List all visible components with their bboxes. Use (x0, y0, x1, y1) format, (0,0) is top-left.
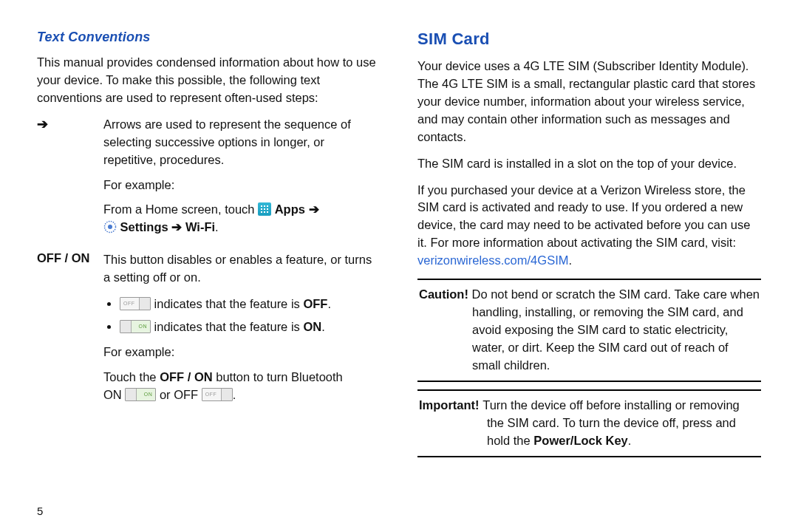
settings-label: Settings (120, 220, 168, 233)
text-conventions-heading: Text Conventions (37, 30, 381, 45)
bullet-off: OFF indicates that the feature is OFF. (120, 294, 381, 313)
bullet-off-text: indicates that the feature is (154, 297, 304, 310)
period: . (215, 220, 219, 233)
apps-label: Apps (275, 202, 305, 216)
toggle-off-icon-2: OFF (202, 388, 233, 401)
svg-point-1 (108, 225, 112, 229)
offon-label: OFF / ON (37, 251, 103, 418)
for-example-label-2: For example: (103, 344, 381, 361)
settings-icon (103, 220, 117, 233)
wifi-label: Wi-Fi (185, 220, 215, 233)
on-word: ON (103, 388, 125, 401)
bullet-on-text: indicates that the feature is (154, 320, 304, 333)
sim-p3: If you purchased your device at a Verizo… (417, 182, 761, 270)
offon-label-inline: OFF / ON (160, 370, 213, 383)
important-label: Important! (419, 398, 482, 412)
sim-p3-text: If you purchased your device at a Verizo… (417, 183, 750, 250)
offon-ex-prefix: Touch the (103, 370, 160, 383)
bullet-on-word: ON (303, 320, 321, 333)
offon-description: This button disables or enables a featur… (103, 251, 381, 418)
period: . (327, 297, 331, 310)
power-lock-key: Power/Lock Key (533, 434, 627, 447)
left-column: Text Conventions This manual provides co… (22, 30, 403, 517)
offon-desc-text: This button disables or enables a featur… (103, 251, 381, 287)
offon-ex-mid: button to turn Bluetooth (213, 370, 343, 383)
important-rest: the SIM card. To turn the device off, pr… (419, 415, 760, 450)
period: . (321, 320, 325, 333)
arrow-symbol-label: ➔ (37, 116, 103, 252)
caution-first-line: Do not bend or scratch the SIM card. Tak… (472, 287, 760, 301)
or-off-word: or OFF (156, 388, 201, 401)
bullet-on: ON indicates that the feature is ON. (120, 317, 381, 336)
verizon-link[interactable]: verizonwireless.com/4GSIM (417, 253, 568, 267)
page-number: 5 (37, 487, 381, 517)
text-conventions-intro: This manual provides condensed informati… (37, 54, 381, 107)
sim-p1: Your device uses a 4G LTE SIM (Subscribe… (417, 58, 761, 146)
caution-rest: handling, installing, or removing the SI… (419, 304, 760, 375)
arrow-example: From a Home screen, touch Apps ➔ Setting… (103, 201, 381, 236)
convention-offon-row: OFF / ON This button disables or enables… (37, 251, 381, 418)
apps-icon (258, 202, 271, 216)
convention-arrow-row: ➔ Arrows are used to represent the seque… (37, 116, 381, 252)
arrow-example-prefix: From a Home screen, touch (103, 202, 258, 216)
arrow-icon-2: ➔ (171, 220, 182, 233)
for-example-label: For example: (103, 177, 381, 194)
important-text: Important! Turn the device off before in… (419, 397, 760, 450)
right-column: SIM Card Your device uses a 4G LTE SIM (… (403, 30, 776, 517)
important-first-line: Turn the device off before installing or… (482, 398, 740, 412)
arrow-desc-text: Arrows are used to represent the sequenc… (103, 116, 381, 169)
toggle-on-icon-2: ON (125, 388, 156, 401)
caution-label: Caution! (419, 287, 472, 301)
sim-p2: The SIM card is installed in a slot on t… (417, 155, 761, 173)
arrow-icon: ➔ (309, 202, 319, 216)
caution-text: Caution! Do not bend or scratch the SIM … (419, 286, 760, 375)
toggle-on-icon: ON (120, 320, 151, 333)
caution-callout: Caution! Do not bend or scratch the SIM … (417, 279, 761, 382)
offon-bullets: OFF indicates that the feature is OFF. O… (120, 294, 381, 336)
manual-page: Text Conventions This manual provides co… (0, 0, 798, 532)
offon-example: Touch the OFF / ON button to turn Blueto… (103, 369, 381, 404)
conventions-table: ➔ Arrows are used to represent the seque… (37, 116, 381, 419)
period: . (568, 253, 572, 267)
important-callout: Important! Turn the device off before in… (417, 389, 761, 457)
important-rest-c: . (628, 434, 632, 447)
toggle-off-icon: OFF (120, 297, 151, 310)
period: . (233, 388, 236, 401)
arrow-description: Arrows are used to represent the sequenc… (103, 116, 381, 252)
sim-card-heading: SIM Card (417, 30, 761, 49)
bullet-off-word: OFF (303, 297, 327, 310)
